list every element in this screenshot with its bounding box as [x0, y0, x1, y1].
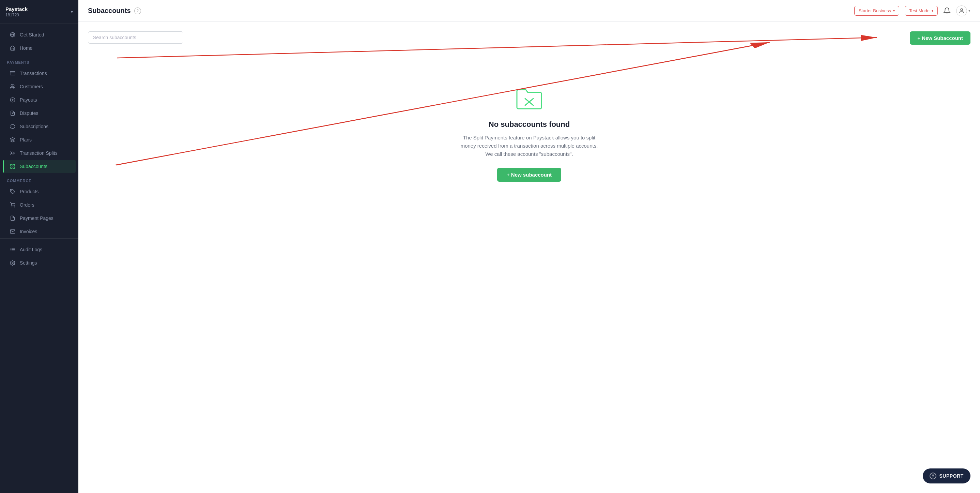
sidebar-brand[interactable]: Paystack 181729 ▾	[0, 0, 78, 24]
gear-icon	[10, 260, 16, 266]
svg-rect-13	[13, 164, 15, 166]
svg-point-18	[14, 207, 15, 207]
chevron-down-icon: ▾	[893, 9, 895, 13]
sidebar-item-label: Settings	[20, 260, 37, 266]
svg-point-25	[12, 262, 13, 263]
grid-icon	[10, 163, 16, 169]
svg-rect-15	[11, 167, 12, 168]
sidebar-item-audit-logs[interactable]: Audit Logs	[3, 243, 76, 256]
tag-icon	[10, 188, 16, 195]
svg-line-30	[117, 38, 877, 58]
sidebar-item-subaccounts[interactable]: Subaccounts	[3, 160, 76, 173]
commerce-section-label: COMMERCE	[0, 173, 78, 185]
sidebar-item-disputes[interactable]: Disputes	[3, 107, 76, 120]
sidebar-bottom: Audit Logs Settings	[0, 238, 78, 274]
sidebar-item-transaction-splits[interactable]: Transaction Splits	[3, 147, 76, 160]
new-subaccount-label: + New subaccount	[507, 172, 552, 178]
cart-icon	[10, 202, 16, 208]
avatar	[956, 5, 967, 16]
test-mode-label: Test Mode	[909, 8, 929, 13]
svg-marker-10	[10, 137, 15, 140]
sidebar-item-label: Invoices	[20, 229, 37, 234]
user-account-button[interactable]: ▾	[956, 5, 970, 16]
svg-point-17	[11, 207, 12, 207]
list-icon	[10, 247, 16, 253]
circle-dollar-icon	[10, 97, 16, 103]
support-label: SUPPORT	[939, 473, 964, 479]
brand-name: Paystack	[5, 6, 28, 12]
support-button[interactable]: ? SUPPORT	[923, 469, 970, 483]
svg-rect-14	[13, 167, 15, 168]
brand-chevron-icon[interactable]: ▾	[71, 10, 73, 14]
split-icon	[10, 150, 16, 156]
svg-rect-2	[10, 72, 15, 75]
chevron-down-icon: ▾	[932, 9, 933, 13]
sidebar-item-plans[interactable]: Plans	[3, 133, 76, 146]
sidebar-item-label: Transactions	[20, 70, 47, 76]
sidebar-item-label: Get Started	[20, 32, 44, 38]
search-input[interactable]	[88, 31, 183, 44]
svg-point-26	[961, 8, 963, 11]
sidebar-item-payment-pages[interactable]: Payment Pages	[3, 212, 76, 225]
sidebar-item-label: Payouts	[20, 97, 37, 103]
sidebar-item-label: Subscriptions	[20, 124, 48, 129]
sidebar-item-label: Home	[20, 45, 32, 51]
new-subaccount-button[interactable]: + New subaccount	[497, 168, 561, 182]
test-mode-button[interactable]: Test Mode ▾	[905, 6, 938, 16]
main-area: Subaccounts ? Starter Business ▾ Test Mo…	[78, 0, 980, 493]
sidebar-item-payouts[interactable]: Payouts	[3, 93, 76, 106]
svg-rect-12	[11, 164, 12, 166]
sidebar-nav: Get Started Home PAYMENTS Transactions	[0, 24, 78, 493]
sidebar-item-label: Transaction Splits	[20, 150, 57, 156]
topbar: Subaccounts ? Starter Business ▾ Test Mo…	[78, 0, 980, 22]
new-subaccount-top-label: + New Subaccount	[917, 35, 963, 41]
new-subaccount-top-button[interactable]: + New Subaccount	[910, 31, 970, 45]
starter-business-label: Starter Business	[859, 8, 891, 13]
sidebar-item-label: Orders	[20, 202, 34, 207]
content-area: + New Subaccount No subaccounts found Th…	[78, 22, 980, 493]
sidebar-item-label: Disputes	[20, 110, 38, 116]
sidebar-item-label: Audit Logs	[20, 247, 42, 252]
brand-id: 181729	[5, 13, 28, 18]
users-icon	[10, 83, 16, 90]
sidebar-item-transactions[interactable]: Transactions	[3, 67, 76, 80]
sidebar-item-label: Payment Pages	[20, 215, 54, 221]
topbar-right: Starter Business ▾ Test Mode ▾	[854, 5, 970, 16]
home-icon	[10, 45, 16, 51]
help-icon[interactable]: ?	[134, 8, 141, 14]
sidebar-item-invoices[interactable]: Invoices	[3, 225, 76, 238]
sidebar-item-home[interactable]: Home	[3, 41, 76, 54]
sidebar-item-label: Products	[20, 189, 38, 194]
sidebar-item-orders[interactable]: Orders	[3, 198, 76, 211]
credit-card-icon	[10, 70, 16, 77]
layers-icon	[10, 137, 16, 143]
page-title: Subaccounts	[88, 7, 131, 15]
payments-section-label: PAYMENTS	[0, 55, 78, 67]
empty-folder-icon	[515, 85, 543, 112]
topbar-left: Subaccounts ?	[88, 7, 141, 15]
starter-business-button[interactable]: Starter Business ▾	[854, 6, 899, 16]
empty-description: The Split Payments feature on Paystack a…	[458, 134, 601, 158]
refresh-icon	[10, 123, 16, 129]
sidebar-item-get-started[interactable]: Get Started	[3, 28, 76, 41]
chevron-down-icon: ▾	[969, 8, 970, 13]
red-arrow-annotation	[78, 27, 980, 68]
notifications-button[interactable]	[943, 7, 951, 15]
sidebar: Paystack 181729 ▾ Get Started Home	[0, 0, 78, 493]
svg-point-4	[11, 85, 13, 86]
sidebar-item-products[interactable]: Products	[3, 185, 76, 198]
sidebar-item-customers[interactable]: Customers	[3, 80, 76, 93]
globe-icon	[10, 32, 16, 38]
brand-info: Paystack 181729	[5, 6, 28, 18]
file-icon	[10, 215, 16, 221]
support-circle-icon: ?	[929, 472, 936, 479]
empty-title: No subaccounts found	[488, 120, 570, 129]
sidebar-item-subscriptions[interactable]: Subscriptions	[3, 120, 76, 133]
file-x-icon	[10, 110, 16, 116]
sidebar-item-label: Customers	[20, 84, 43, 89]
sidebar-item-settings[interactable]: Settings	[3, 256, 76, 270]
empty-state: No subaccounts found The Split Payments …	[88, 71, 970, 195]
sidebar-item-label: Subaccounts	[20, 164, 48, 169]
mail-icon	[10, 228, 16, 235]
sidebar-item-label: Plans	[20, 137, 32, 142]
